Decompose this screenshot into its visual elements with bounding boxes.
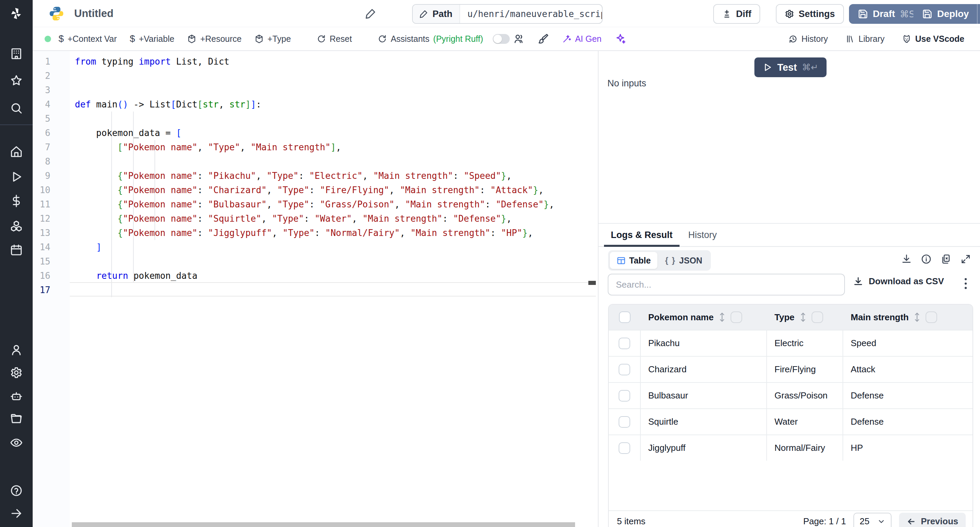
collaborators-icon[interactable]: [513, 33, 525, 44]
previous-page-button[interactable]: Previous: [899, 513, 966, 527]
deploy-dropdown-caret[interactable]: [977, 4, 980, 24]
help-icon[interactable]: [0, 481, 33, 500]
add-type-button[interactable]: +Type: [255, 34, 291, 44]
code-line[interactable]: {"Pokemon name": "Bulbasaur", "Type": "G…: [75, 197, 554, 211]
draft-button[interactable]: Draft ⌘S: [849, 4, 924, 24]
arrow-left-icon: [907, 517, 916, 526]
expand-sidebar-icon[interactable]: [0, 504, 33, 523]
column-pill[interactable]: [730, 311, 742, 323]
code-line[interactable]: ]: [75, 240, 102, 254]
schedules-icon[interactable]: [0, 240, 33, 259]
settings-button[interactable]: Settings: [776, 4, 844, 24]
page-size-select[interactable]: 25: [853, 513, 891, 527]
path-label-segment: Path: [413, 5, 460, 23]
add-resource-button[interactable]: +Resource: [187, 34, 242, 44]
diff-button[interactable]: Diff: [713, 4, 760, 24]
chevron-down-icon: [877, 517, 885, 525]
code-line[interactable]: {"Pokemon name": "Pikachu", "Type": "Ele…: [75, 169, 512, 183]
code-line[interactable]: def main() -> List[Dict[str, str]]:: [75, 97, 261, 111]
library-button[interactable]: Library: [846, 34, 885, 44]
tab-logs-result[interactable]: Logs & Result: [608, 224, 676, 246]
copy-result-icon[interactable]: [940, 254, 951, 265]
test-button[interactable]: Test ⌘↵: [754, 57, 827, 77]
line-number: 17: [33, 283, 50, 297]
home-icon[interactable]: [0, 142, 33, 161]
edit-title-icon[interactable]: [364, 8, 377, 20]
code-editor[interactable]: 1234567891011121314151617 from typing im…: [33, 51, 598, 527]
code-line[interactable]: {"Pokemon name": "Jigglypuff", "Type": "…: [75, 226, 533, 240]
row-checkbox[interactable]: [619, 390, 630, 402]
windmill-logo[interactable]: [0, 4, 33, 23]
search-icon[interactable]: [0, 98, 33, 117]
sort-icon[interactable]: [913, 312, 921, 322]
editor-horizontal-scrollbar[interactable]: [72, 522, 575, 527]
favorites-icon[interactable]: [0, 71, 33, 90]
page-label: Page: 1 / 1: [803, 516, 846, 527]
braces-icon: { }: [665, 256, 675, 265]
package-icon: [187, 34, 196, 43]
code-line[interactable]: return pokemon_data: [75, 268, 197, 283]
editor-toolbar: $ +Context Var $ +Variable +Resource +Ty…: [33, 27, 980, 51]
code-line[interactable]: ["Pokemon name", "Type", "Main strength"…: [75, 140, 341, 154]
folders-icon[interactable]: [0, 410, 33, 429]
column-header: Pokemon name: [641, 305, 767, 330]
select-all-checkbox[interactable]: [619, 311, 630, 323]
expand-result-icon[interactable]: [960, 254, 971, 265]
table-body: PikachuElectricSpeedCharizardFire/Flying…: [609, 330, 972, 461]
table-row[interactable]: PikachuElectricSpeed: [609, 330, 972, 356]
overview-ruler-cursor: [588, 281, 596, 285]
column-pill[interactable]: [811, 311, 823, 323]
row-checkbox[interactable]: [619, 364, 630, 375]
settings-icon[interactable]: [0, 363, 33, 382]
sort-icon[interactable]: [718, 312, 726, 322]
add-variable-button[interactable]: $ +Variable: [130, 33, 174, 44]
result-view-toggle: Table { } JSON: [608, 250, 711, 271]
table-row[interactable]: CharizardFire/FlyingAttack: [609, 356, 972, 382]
row-checkbox[interactable]: [619, 416, 630, 428]
script-path-field[interactable]: Path u/henri/maneuverable_script: [412, 4, 603, 24]
row-checkbox[interactable]: [619, 442, 630, 454]
table-row[interactable]: JigglypuffNormal/FairyHP: [609, 435, 972, 461]
row-checkbox[interactable]: [619, 338, 630, 349]
column-pill[interactable]: [926, 311, 937, 323]
result-search-input[interactable]: [608, 274, 845, 295]
variables-icon[interactable]: [0, 191, 33, 211]
windmill-script-editor: Untitled Path u/henri/maneuverable_scrip…: [0, 0, 980, 527]
workers-icon[interactable]: [0, 387, 33, 406]
add-context-var-button[interactable]: $ +Context Var: [59, 33, 117, 44]
table-menu-icon[interactable]: [960, 276, 972, 291]
history-button[interactable]: History: [788, 34, 828, 44]
sparkles-icon[interactable]: [614, 33, 626, 44]
cell-pokemon-name: Charizard: [641, 357, 767, 382]
view-json-segment[interactable]: { } JSON: [658, 252, 709, 269]
tab-history[interactable]: History: [685, 224, 721, 246]
cell-pokemon-name: Bulbasaur: [641, 383, 767, 408]
sort-icon[interactable]: [799, 312, 807, 322]
runs-icon[interactable]: [0, 167, 33, 186]
code-line[interactable]: pokemon_data = [: [75, 126, 181, 140]
user-icon[interactable]: [0, 340, 33, 359]
audit-logs-icon[interactable]: [0, 433, 33, 452]
reset-button[interactable]: Reset: [317, 34, 352, 44]
column-label: Main strength: [851, 312, 908, 323]
info-icon[interactable]: [921, 254, 932, 265]
table-row[interactable]: BulbasaurGrass/PoisonDefense: [609, 382, 972, 408]
row-checkbox-cell: [609, 357, 641, 382]
magic-wand-icon: [562, 34, 571, 43]
path-value[interactable]: u/henri/maneuverable_script: [460, 5, 603, 23]
workspace-icon[interactable]: [0, 44, 33, 63]
collaboration-toggle[interactable]: [493, 34, 510, 44]
download-result-icon[interactable]: [901, 254, 912, 265]
use-vscode-button[interactable]: Use VScode: [902, 34, 964, 44]
resources-icon[interactable]: [0, 217, 33, 236]
code-line[interactable]: {"Pokemon name": "Charizard", "Type": "F…: [75, 183, 544, 197]
deploy-button[interactable]: Deploy: [913, 4, 980, 24]
ai-gen-button[interactable]: AI Gen: [562, 34, 601, 44]
assistants-button[interactable]: Assistants (Pyright Ruff): [378, 34, 483, 44]
code-line[interactable]: from typing import List, Dict: [75, 54, 229, 69]
table-row[interactable]: SquirtleWaterDefense: [609, 408, 972, 435]
code-line[interactable]: {"Pokemon name": "Squirtle", "Type": "Wa…: [75, 211, 512, 226]
view-table-segment[interactable]: Table: [610, 252, 657, 269]
format-brush-icon[interactable]: [538, 33, 549, 44]
download-csv-button[interactable]: Download as CSV: [853, 276, 944, 287]
